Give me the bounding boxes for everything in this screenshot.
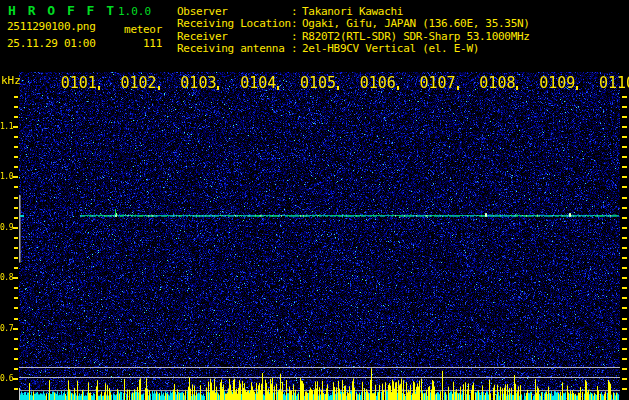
right-axis-tick <box>622 146 627 148</box>
x-axis-time-label: 0103 <box>180 74 216 92</box>
right-axis-tick <box>622 106 627 108</box>
right-axis-tick <box>622 156 627 158</box>
right-axis-tick <box>622 277 627 279</box>
y-axis-minor-tick <box>14 156 18 158</box>
y-axis-minor-tick <box>14 166 18 168</box>
x-axis-time-label: 0104 <box>240 74 276 92</box>
y-axis-major-tick <box>13 227 18 229</box>
y-axis-tick-label: 1.1 <box>0 122 13 131</box>
observation-datetime: 25.11.29 01:00 <box>7 37 96 50</box>
info-label: Receiving Location <box>177 18 291 30</box>
y-axis-tick-label: 0.7 <box>0 324 13 333</box>
right-axis-tick <box>622 257 627 259</box>
y-axis-minor-tick <box>14 307 18 309</box>
y-axis-minor-tick <box>14 116 18 118</box>
right-axis-tick <box>622 297 627 299</box>
y-axis-tick-label: 0.6 <box>0 374 13 383</box>
right-axis-tick <box>622 267 627 269</box>
observation-info: Observer : Takanori Kawachi Receiving Lo… <box>177 6 530 56</box>
y-axis-minor-tick <box>14 318 18 320</box>
info-value: Ogaki, Gifu, JAPAN (136.60E, 35.35N) <box>302 18 530 30</box>
x-axis-time-label: 0101 <box>61 74 97 92</box>
app-title: H R O F F T <box>8 3 116 18</box>
right-axis-tick <box>622 166 627 168</box>
y-axis-major-tick <box>13 328 18 330</box>
x-axis-time-label: 0106 <box>360 74 396 92</box>
right-axis-tick <box>622 207 627 209</box>
right-axis-tick <box>622 217 627 219</box>
info-colon: : <box>291 43 302 55</box>
info-label: Receiving antenna <box>177 43 291 55</box>
x-axis-tick <box>397 86 399 90</box>
y-axis-minor-tick <box>14 247 18 249</box>
x-axis-time-label: 0110 <box>599 74 629 92</box>
x-axis-time-label: 0107 <box>420 74 456 92</box>
right-axis-tick <box>622 176 627 178</box>
y-axis-major-tick <box>13 277 18 279</box>
x-axis-tick <box>158 86 160 90</box>
y-axis-minor-tick <box>14 257 18 259</box>
x-axis-tick <box>457 86 459 90</box>
right-axis-tick <box>622 388 627 390</box>
info-row-location: Receiving Location : Ogaki, Gifu, JAPAN … <box>177 18 530 30</box>
y-axis-tick-label: 1.0 <box>0 172 13 181</box>
app-version: 1.0.0 <box>118 5 151 18</box>
y-axis-major-tick <box>13 126 18 128</box>
y-axis-minor-tick <box>14 388 18 390</box>
y-axis-minor-tick <box>14 146 18 148</box>
right-axis-tick <box>622 96 627 98</box>
info-colon: : <box>291 18 302 30</box>
echo-count: 111 <box>100 37 162 50</box>
x-axis-time-label: 0108 <box>479 74 515 92</box>
right-axis-tick <box>622 328 627 330</box>
output-filename: 2511290100.png <box>7 20 96 33</box>
y-axis-minor-tick <box>14 237 18 239</box>
right-axis-tick <box>622 307 627 309</box>
y-axis-tick-label: 0.9 <box>0 223 13 232</box>
right-axis-tick <box>622 126 627 128</box>
right-axis-tick <box>622 358 627 360</box>
x-axis-tick <box>337 86 339 90</box>
info-value: 2el-HB9CV Vertical (el. E-W) <box>302 43 479 55</box>
right-axis-tick <box>622 186 627 188</box>
x-axis-tick <box>217 86 219 90</box>
x-axis-time-label: 0105 <box>300 74 336 92</box>
right-axis-tick <box>622 197 627 199</box>
y-axis-major-tick <box>13 176 18 178</box>
y-axis-minor-tick <box>14 348 18 350</box>
y-axis-minor-tick <box>14 96 18 98</box>
y-axis-minor-tick <box>14 207 18 209</box>
right-axis-tick <box>622 287 627 289</box>
right-axis-tick <box>622 378 627 380</box>
y-axis-minor-tick <box>14 186 18 188</box>
x-axis-time-label: 0109 <box>539 74 575 92</box>
y-axis-unit-label: kHz <box>1 74 21 87</box>
hrofft-window: H R O F F T 1.0.0 2511290100.png meteor … <box>0 0 629 400</box>
x-axis-tick <box>576 86 578 90</box>
right-axis-tick <box>622 136 627 138</box>
info-row-antenna: Receiving antenna : 2el-HB9CV Vertical (… <box>177 43 530 55</box>
y-axis-minor-tick <box>14 338 18 340</box>
right-axis-tick <box>622 227 627 229</box>
x-axis-tick <box>98 86 100 90</box>
y-axis-minor-tick <box>14 287 18 289</box>
right-axis-tick <box>622 338 627 340</box>
right-axis-tick <box>622 318 627 320</box>
y-axis-minor-tick <box>14 297 18 299</box>
x-axis-tick <box>516 86 518 90</box>
y-axis-minor-tick <box>14 368 18 370</box>
spectrogram-canvas <box>19 72 620 400</box>
y-axis-minor-tick <box>14 358 18 360</box>
y-axis-minor-tick <box>14 197 18 199</box>
y-axis-minor-tick <box>14 217 18 219</box>
right-axis-tick <box>622 348 627 350</box>
y-axis-minor-tick <box>14 267 18 269</box>
y-axis-minor-tick <box>14 136 18 138</box>
right-axis-tick <box>622 116 627 118</box>
x-axis-time-label: 0102 <box>121 74 157 92</box>
y-axis-major-tick <box>13 378 18 380</box>
x-axis-tick <box>277 86 279 90</box>
observation-mode: meteor <box>100 23 162 36</box>
y-axis-minor-tick <box>14 106 18 108</box>
right-axis-tick <box>622 247 627 249</box>
